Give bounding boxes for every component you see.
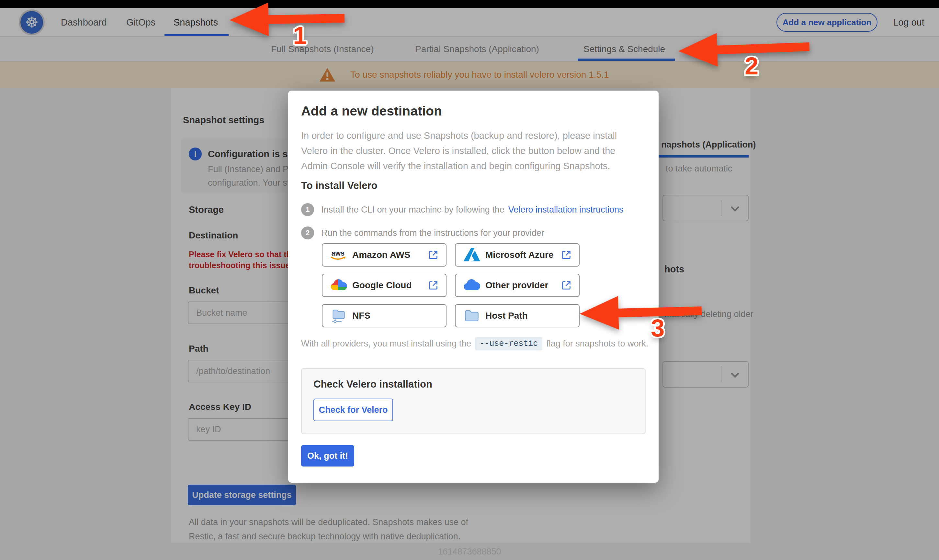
provider-button-other[interactable]: Other provider <box>455 274 580 297</box>
external-link-icon <box>561 280 572 291</box>
restic-note-pre: With all providers, you must install usi… <box>301 339 471 349</box>
install-step-2: 2 Run the commands from the instructions… <box>301 226 544 239</box>
provider-label: Other provider <box>486 280 548 291</box>
provider-label: NFS <box>352 311 370 321</box>
provider-button-gcp[interactable]: Google Cloud <box>322 274 447 297</box>
arrow-head <box>229 3 269 37</box>
install-step-1: 1 Install the CLI on your machine by fol… <box>301 203 624 216</box>
restic-note: With all providers, you must install usi… <box>301 337 648 350</box>
check-velero-box: Check Velero installation Check for Vele… <box>301 368 646 434</box>
arrow-head <box>579 296 619 331</box>
svg-text:aws: aws <box>332 249 345 257</box>
restic-note-post: flag for snapshots to work. <box>546 339 648 349</box>
aws-icon: aws <box>330 248 348 262</box>
install-velero-heading: To install Velero <box>301 180 377 192</box>
modal-description: In order to configure and use Snapshots … <box>301 128 629 174</box>
azure-icon <box>463 248 481 262</box>
external-link-icon <box>428 249 439 260</box>
provider-button-nfs[interactable]: NFS <box>322 304 447 328</box>
annotation-label-2: 2 <box>745 52 758 80</box>
provider-button-hostpath[interactable]: Host Path <box>455 304 580 328</box>
annotation-label-3: 3 <box>651 314 665 342</box>
step-2-badge: 2 <box>301 226 314 239</box>
provider-label: Host Path <box>486 311 528 321</box>
cloud-icon <box>463 278 481 292</box>
annotation-label-1: 1 <box>293 22 307 49</box>
provider-button-azure[interactable]: Microsoft Azure <box>455 243 580 266</box>
google-cloud-icon <box>330 278 348 292</box>
arrow-head <box>678 33 718 68</box>
modal-title: Add a new destination <box>301 103 442 119</box>
nfs-folder-icon <box>330 309 348 323</box>
provider-button-aws[interactable]: aws Amazon AWS <box>322 243 447 266</box>
step-1-text: Install the CLI on your machine by follo… <box>321 205 504 215</box>
ok-got-it-button[interactable]: Ok, got it! <box>301 445 354 466</box>
hostpath-folder-icon <box>463 309 481 323</box>
check-velero-heading: Check Velero installation <box>313 378 432 390</box>
step-1-badge: 1 <box>301 203 314 216</box>
add-destination-modal: Add a new destination In order to config… <box>288 91 658 483</box>
provider-label: Amazon AWS <box>352 250 410 260</box>
check-for-velero-button[interactable]: Check for Velero <box>313 398 393 421</box>
restic-flag-code: --use-restic <box>475 337 542 350</box>
step-2-text: Run the commands from the instructions f… <box>321 228 544 238</box>
provider-label: Microsoft Azure <box>486 250 554 260</box>
screen: ☸ Dashboard GitOps Snapshots Add a new a… <box>0 0 939 560</box>
external-link-icon <box>561 249 572 260</box>
provider-label: Google Cloud <box>352 280 412 291</box>
provider-grid: aws Amazon AWS Microsoft Azure <box>322 243 580 328</box>
velero-instructions-link[interactable]: Velero installation instructions <box>508 205 624 215</box>
external-link-icon <box>428 280 439 291</box>
